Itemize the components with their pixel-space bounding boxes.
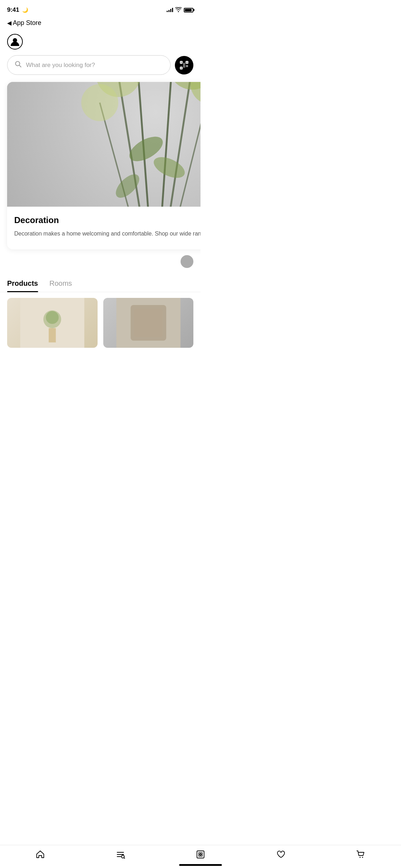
moon-icon: 🌙: [22, 7, 28, 13]
decoration-card[interactable]: Decoration Decoration makes a home welco…: [7, 82, 200, 249]
svg-rect-8: [181, 67, 182, 68]
decoration-card-description: Decoration makes a home welcoming and co…: [14, 229, 200, 238]
product-thumb-1[interactable]: [7, 298, 98, 348]
search-placeholder: What are you looking for?: [26, 62, 95, 69]
decoration-card-image: [7, 82, 200, 207]
decoration-card-content: Decoration Decoration makes a home welco…: [7, 207, 200, 249]
back-nav[interactable]: ◀ App Store: [0, 18, 200, 30]
barcode-button[interactable]: [175, 56, 193, 74]
wifi-icon: [175, 7, 182, 13]
scroll-indicator: [0, 249, 200, 268]
barcode-icon: [179, 61, 189, 70]
status-time-section: 9:41 🌙: [7, 6, 28, 14]
scroll-dot: [181, 255, 193, 268]
status-time: 9:41: [7, 6, 19, 13]
svg-rect-51: [134, 309, 162, 337]
product-thumb-2[interactable]: [103, 298, 194, 348]
status-icons: [167, 7, 193, 13]
svg-line-2: [19, 65, 21, 67]
svg-point-47: [46, 311, 59, 324]
decoration-card-title: Decoration: [14, 215, 200, 225]
svg-point-27: [81, 84, 118, 121]
tab-rooms[interactable]: Rooms: [50, 279, 72, 292]
svg-rect-6: [181, 62, 182, 63]
search-bar[interactable]: What are you looking for?: [7, 55, 171, 75]
user-avatar[interactable]: [7, 34, 23, 50]
tabs-row: Products Rooms: [7, 279, 193, 292]
user-section[interactable]: [0, 30, 200, 55]
search-section: What are you looking for?: [0, 55, 200, 82]
status-bar: 9:41 🌙: [0, 0, 200, 18]
svg-rect-48: [49, 328, 56, 342]
cards-carousel[interactable]: Decoration Decoration makes a home welco…: [0, 82, 200, 249]
signal-icon: [167, 8, 173, 12]
products-grid: [0, 292, 200, 383]
user-icon: [9, 36, 21, 47]
flower-illustration: [7, 82, 200, 207]
search-icon: [15, 61, 22, 69]
back-label: App Store: [13, 19, 41, 27]
tabs-section: Products Rooms: [0, 268, 200, 292]
tab-products[interactable]: Products: [7, 279, 38, 292]
svg-rect-7: [187, 62, 188, 63]
back-arrow-icon: ◀: [7, 20, 11, 26]
battery-icon: [184, 8, 193, 12]
